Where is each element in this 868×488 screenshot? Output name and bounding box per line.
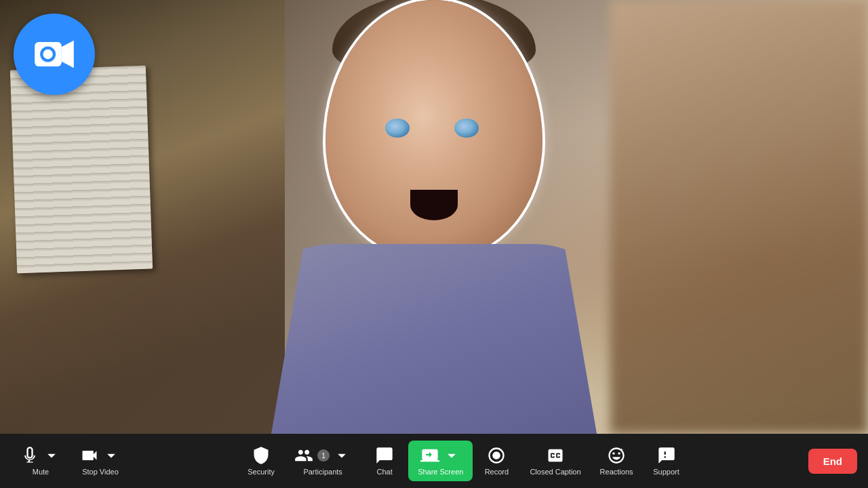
mute-chevron-icon[interactable]	[42, 446, 61, 465]
person-body	[264, 0, 604, 434]
zoom-logo-icon	[30, 30, 79, 79]
participants-chevron-icon[interactable]	[332, 446, 351, 465]
security-button[interactable]: Security	[237, 441, 285, 481]
person	[244, 0, 624, 434]
svg-marker-3	[62, 41, 74, 68]
participants-button[interactable]: 1 Participants	[285, 441, 361, 481]
record-label: Record	[485, 468, 509, 476]
record-button[interactable]: Record	[473, 441, 520, 481]
security-icon-area	[252, 446, 271, 465]
participants-count: 1	[317, 449, 330, 462]
mouth	[410, 190, 458, 220]
share-screen-icon-area	[420, 446, 461, 465]
support-label: Support	[653, 468, 679, 476]
svg-point-2	[43, 49, 52, 59]
svg-point-5	[493, 451, 501, 460]
eye-right	[454, 119, 479, 138]
reactions-icon-area: +	[607, 446, 626, 465]
reactions-icon: +	[607, 446, 626, 465]
end-button[interactable]: End	[808, 449, 857, 474]
participants-label: Participants	[303, 468, 342, 476]
svg-text:+: +	[620, 447, 623, 453]
stop-video-icon-area	[80, 446, 121, 465]
stop-video-chevron-icon[interactable]	[102, 446, 121, 465]
toolbar-center: Security 1 Participants Chat	[130, 441, 797, 481]
chat-label: Chat	[377, 468, 393, 476]
security-label: Security	[248, 468, 275, 476]
mute-button[interactable]: Mute	[11, 441, 71, 481]
stop-video-label: Stop Video	[82, 468, 119, 476]
shirt	[271, 244, 597, 434]
record-icon-area	[487, 446, 506, 465]
participants-icon	[294, 446, 313, 465]
toolbar-right: End	[797, 449, 857, 474]
record-icon	[487, 446, 506, 465]
support-icon-area	[657, 446, 676, 465]
right-blur-area	[610, 0, 868, 434]
microphone-icon	[20, 446, 39, 465]
chat-icon	[375, 446, 394, 465]
reactions-label: Reactions	[600, 468, 633, 476]
closed-caption-icon	[546, 446, 565, 465]
closed-caption-label: Closed Caption	[530, 468, 580, 476]
shield-icon	[252, 446, 271, 465]
mute-label: Mute	[33, 468, 49, 476]
mute-icon-area	[20, 446, 61, 465]
chat-icon-area	[375, 446, 394, 465]
support-button[interactable]: Support	[643, 441, 690, 481]
share-screen-icon	[420, 446, 439, 465]
toolbar: Mute Stop Video Security	[0, 434, 868, 488]
closed-caption-icon-area	[546, 446, 565, 465]
share-screen-label: Share Screen	[418, 468, 463, 476]
zoom-logo	[14, 14, 95, 95]
stop-video-button[interactable]: Stop Video	[71, 441, 130, 481]
reactions-button[interactable]: + Reactions	[591, 441, 643, 481]
share-screen-chevron-icon[interactable]	[442, 446, 461, 465]
participants-icon-area: 1	[294, 446, 351, 465]
closed-caption-button[interactable]: Closed Caption	[520, 441, 590, 481]
eye-left	[385, 119, 410, 138]
paper-stack	[10, 66, 153, 274]
chat-button[interactable]: Chat	[361, 441, 408, 481]
share-screen-button[interactable]: Share Screen	[408, 441, 473, 481]
support-icon	[657, 446, 676, 465]
toolbar-left: Mute Stop Video	[11, 441, 130, 481]
video-area	[0, 0, 868, 434]
video-icon	[80, 446, 99, 465]
